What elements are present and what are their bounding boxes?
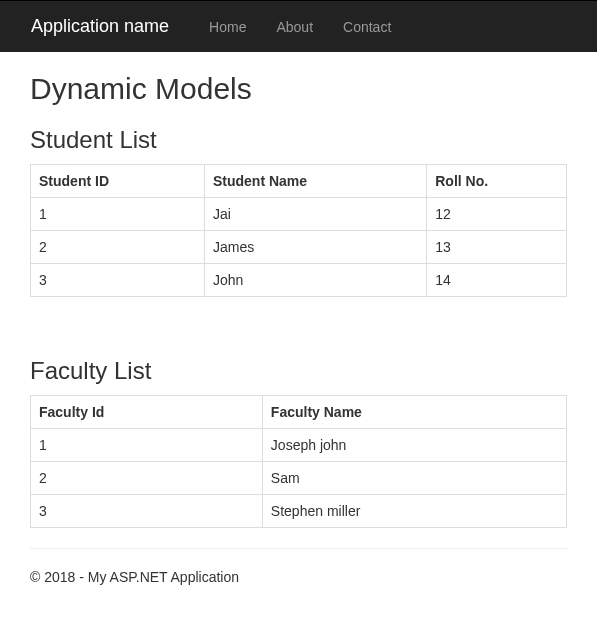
nav-link-home[interactable]: Home bbox=[194, 4, 261, 50]
table-header-row: Student ID Student Name Roll No. bbox=[31, 165, 567, 198]
page-title: Dynamic Models bbox=[30, 72, 567, 106]
main-container: Dynamic Models Student List Student ID S… bbox=[0, 72, 597, 605]
faculty-name-cell: Sam bbox=[262, 462, 566, 495]
student-id-cell: 3 bbox=[31, 264, 205, 297]
table-row: 1 Joseph john bbox=[31, 429, 567, 462]
table-row: 1 Jai 12 bbox=[31, 198, 567, 231]
student-name-cell: Jai bbox=[204, 198, 426, 231]
student-table: Student ID Student Name Roll No. 1 Jai 1… bbox=[30, 164, 567, 297]
student-list-heading: Student List bbox=[30, 126, 567, 154]
footer-divider bbox=[30, 548, 567, 549]
table-row: 3 Stephen miller bbox=[31, 495, 567, 528]
table-row: 2 James 13 bbox=[31, 231, 567, 264]
student-name-cell: James bbox=[204, 231, 426, 264]
faculty-id-header: Faculty Id bbox=[31, 396, 263, 429]
student-id-header: Student ID bbox=[31, 165, 205, 198]
student-id-cell: 1 bbox=[31, 198, 205, 231]
footer: © 2018 - My ASP.NET Application bbox=[30, 569, 567, 605]
nav-link-contact[interactable]: Contact bbox=[328, 4, 406, 50]
student-roll-cell: 13 bbox=[427, 231, 567, 264]
footer-text: © 2018 - My ASP.NET Application bbox=[30, 569, 567, 585]
faculty-name-header: Faculty Name bbox=[262, 396, 566, 429]
student-roll-cell: 14 bbox=[427, 264, 567, 297]
faculty-id-cell: 3 bbox=[31, 495, 263, 528]
student-id-cell: 2 bbox=[31, 231, 205, 264]
student-name-cell: John bbox=[204, 264, 426, 297]
nav-link-about[interactable]: About bbox=[261, 4, 328, 50]
table-row: 3 John 14 bbox=[31, 264, 567, 297]
faculty-name-cell: Stephen miller bbox=[262, 495, 566, 528]
faculty-id-cell: 2 bbox=[31, 462, 263, 495]
student-name-header: Student Name bbox=[204, 165, 426, 198]
faculty-list-heading: Faculty List bbox=[30, 357, 567, 385]
faculty-id-cell: 1 bbox=[31, 429, 263, 462]
faculty-table: Faculty Id Faculty Name 1 Joseph john 2 … bbox=[30, 395, 567, 528]
navbar: Application name Home About Contact bbox=[0, 0, 597, 52]
student-roll-header: Roll No. bbox=[427, 165, 567, 198]
table-row: 2 Sam bbox=[31, 462, 567, 495]
navbar-nav: Home About Contact bbox=[194, 4, 406, 50]
navbar-brand[interactable]: Application name bbox=[16, 1, 184, 52]
table-header-row: Faculty Id Faculty Name bbox=[31, 396, 567, 429]
faculty-name-cell: Joseph john bbox=[262, 429, 566, 462]
student-roll-cell: 12 bbox=[427, 198, 567, 231]
